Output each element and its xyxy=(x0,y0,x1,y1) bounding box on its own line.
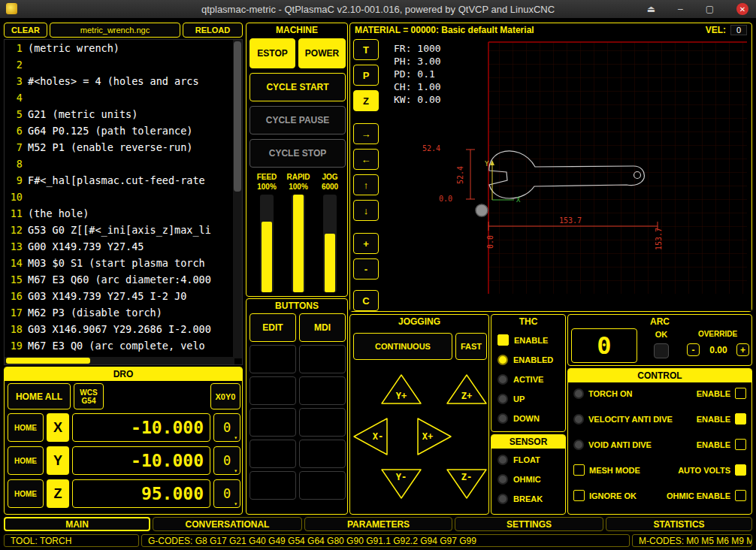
gcodes-status: G-CODES: G8 G17 G21 G40 G49 G54 G64 G80 … xyxy=(141,534,630,547)
jog-y-minus-button[interactable]: Y- xyxy=(382,470,421,498)
custom-button-slot xyxy=(299,471,346,500)
chevron-down-icon: ▾ xyxy=(234,434,237,441)
jog-x-plus-button[interactable]: X+ xyxy=(418,419,451,455)
fast-button[interactable]: FAST xyxy=(455,333,487,360)
power-button[interactable]: POWER xyxy=(298,38,346,68)
shade-button[interactable]: ⏏ xyxy=(647,0,655,18)
view-z-button[interactable]: Z xyxy=(353,90,379,111)
estop-button[interactable]: ESTOP xyxy=(249,38,295,68)
material-label[interactable]: MATERIAL = 00000: Basic default Material xyxy=(355,25,534,35)
tab-parameters[interactable]: PARAMETERS xyxy=(304,517,452,531)
scrollbar-thumb[interactable] xyxy=(6,358,90,364)
preview-canvas[interactable]: FR: 1000 PH: 3.00 PD: 0.1 CH: 1.00 KW: 0… xyxy=(350,37,751,311)
gcode-line: 11(the hole) xyxy=(5,205,242,222)
pan-down-button[interactable]: ↓ xyxy=(353,200,379,221)
ohmic-enable-checkbox[interactable] xyxy=(735,490,746,501)
break-led xyxy=(497,494,508,504)
cycle-start-button[interactable]: CYCLE START xyxy=(249,73,346,101)
offset-select-y[interactable]: 0▾ xyxy=(213,446,240,475)
tab-bar: MAIN CONVERSATIONAL PARAMETERS SETTINGS … xyxy=(4,517,752,531)
jog-y-plus-button[interactable]: Y+ xyxy=(382,375,421,403)
velocity-anti-dive-checkbox[interactable] xyxy=(735,413,746,425)
gcode-horizontal-scrollbar[interactable] xyxy=(5,357,234,364)
pan-left-button[interactable]: ← xyxy=(353,149,379,170)
offset-select-x[interactable]: 0▾ xyxy=(213,413,240,442)
jog-z-minus-button[interactable]: Z- xyxy=(447,470,486,498)
view-t-button[interactable]: T xyxy=(353,39,379,60)
tab-statistics[interactable]: STATISTICS xyxy=(606,517,752,531)
zoom-in-button[interactable]: + xyxy=(353,233,379,254)
tab-settings[interactable]: SETTINGS xyxy=(455,517,603,531)
axis-select-x[interactable]: X xyxy=(47,413,69,442)
home-y-button[interactable]: HOME xyxy=(8,446,44,475)
dro-header: DRO xyxy=(5,367,242,381)
thc-led-row: ACTIVE xyxy=(491,374,565,385)
axis-select-y[interactable]: Y xyxy=(47,446,69,475)
override-minus-button[interactable]: - xyxy=(687,343,700,356)
continuous-button[interactable]: CONTINUOUS xyxy=(353,333,452,360)
tab-conversational[interactable]: CONVERSATIONAL xyxy=(153,517,302,531)
gcode-vertical-scrollbar[interactable] xyxy=(233,40,242,358)
arc-ok-label: OK xyxy=(643,330,679,339)
preview-grid xyxy=(488,42,747,294)
home-z-button[interactable]: HOME xyxy=(8,479,44,508)
axis-select-z[interactable]: Z xyxy=(47,479,69,508)
void-anti-dive-led xyxy=(573,440,584,450)
custom-button-slot xyxy=(249,471,296,500)
auto-volts-checkbox[interactable] xyxy=(735,464,746,476)
void-anti-dive-checkbox[interactable] xyxy=(735,439,746,450)
sensor-led-row: OHMIC xyxy=(491,474,565,485)
gcode-line: 9F#<_hal[plasmac.cut-feed-rate xyxy=(5,172,242,189)
control-row: MESH MODE AUTO VOLTS xyxy=(568,464,751,476)
view-p-button[interactable]: P xyxy=(353,65,379,86)
reload-button[interactable]: RELOAD xyxy=(183,23,243,38)
maximize-button[interactable]: ▢ xyxy=(706,0,714,18)
velocity-display: 0 xyxy=(730,25,747,35)
custom-button-slot xyxy=(249,440,296,468)
zoom-out-button[interactable]: - xyxy=(353,258,379,280)
rapid-slider[interactable] xyxy=(292,195,305,292)
jog-slider[interactable] xyxy=(323,195,337,292)
custom-button-slot xyxy=(249,376,296,405)
buttons-panel: BUTTONS EDIT MDI xyxy=(246,298,348,515)
titlebar: qtplasmac-metric - QtPlasmaC v2.10-001.0… xyxy=(0,0,756,18)
material-bar: MATERIAL = 00000: Basic default Material… xyxy=(350,23,751,37)
home-x-button[interactable]: HOME xyxy=(8,413,44,442)
tab-main[interactable]: MAIN xyxy=(4,517,150,531)
cycle-stop-button[interactable]: CYCLE STOP xyxy=(249,139,346,168)
wcs-button[interactable]: WCSG54 xyxy=(74,383,104,409)
edit-button[interactable]: EDIT xyxy=(249,313,296,342)
offset-select-z[interactable]: 0▾ xyxy=(213,479,240,508)
home-all-button[interactable]: HOME ALL xyxy=(8,383,71,409)
thc-enable-checkbox[interactable] xyxy=(497,334,509,346)
mesh-mode-checkbox[interactable] xyxy=(573,464,585,476)
gcode-viewer[interactable]: 1(metric wrench) 2 3#<holes> = 4 (holes … xyxy=(4,39,243,365)
cycle-pause-button[interactable]: CYCLE PAUSE xyxy=(249,106,346,134)
jog-x-minus-button[interactable]: X- xyxy=(354,419,387,455)
ignore-ok-checkbox[interactable] xyxy=(573,490,585,501)
close-button[interactable]: ✕ xyxy=(736,3,748,15)
svg-text:PD: 0.1: PD: 0.1 xyxy=(394,68,435,80)
minimize-button[interactable]: – xyxy=(678,0,683,18)
jog-z-plus-button[interactable]: Z+ xyxy=(447,375,486,403)
svg-text:CH: 1.00: CH: 1.00 xyxy=(394,81,441,92)
pan-up-button[interactable]: ↑ xyxy=(353,174,379,195)
pan-right-button[interactable]: → xyxy=(353,123,379,144)
feed-slider[interactable] xyxy=(260,195,274,292)
mdi-button[interactable]: MDI xyxy=(299,313,346,342)
svg-text:X-: X- xyxy=(373,431,383,442)
dro-value-z: 95.000 xyxy=(72,479,210,508)
gcode-line: 4 xyxy=(5,89,242,106)
custom-button-slot xyxy=(299,376,346,405)
clear-button[interactable]: CLEAR xyxy=(4,23,47,38)
svg-text:PH: 3.00: PH: 3.00 xyxy=(394,56,441,67)
clear-plot-button[interactable]: C xyxy=(353,290,379,311)
override-plus-button[interactable]: + xyxy=(736,343,749,356)
mcodes-status: M-CODES: M0 M5 M6 M9 M48 M52 M53 xyxy=(632,534,752,547)
zero-xy-button[interactable]: X0Y0 xyxy=(210,383,240,409)
scrollbar-thumb[interactable] xyxy=(234,41,241,192)
torch-enable-checkbox[interactable] xyxy=(735,388,746,399)
svg-text:Z-: Z- xyxy=(461,472,472,482)
svg-text:52.4: 52.4 xyxy=(456,166,464,184)
svg-text:FR: 1000: FR: 1000 xyxy=(394,43,441,54)
